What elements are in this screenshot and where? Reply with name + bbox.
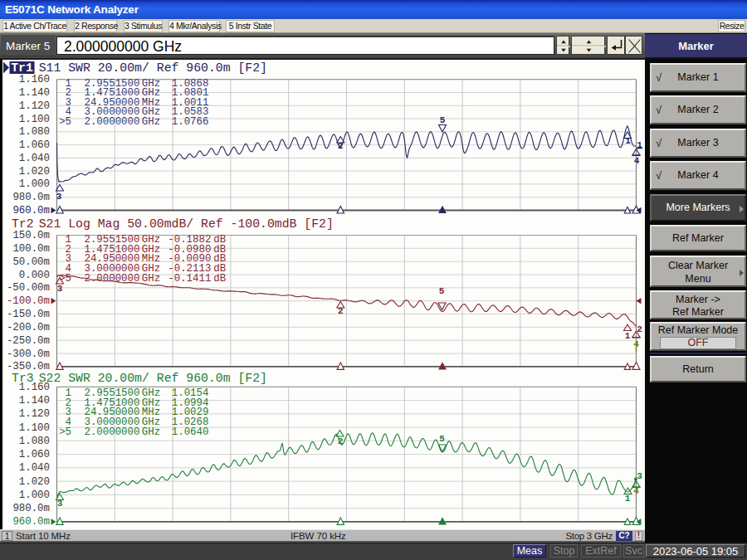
svg-text:1.040: 1.040 <box>19 462 50 474</box>
svg-text:1.060: 1.060 <box>19 449 50 460</box>
svg-text:S11 SWR 20.00m/ Ref 960.0m [F2: S11 SWR 20.00m/ Ref 960.0m [F2] <box>39 61 267 75</box>
svg-text:980.0m: 980.0m <box>12 192 50 203</box>
svg-text:2: 2 <box>637 324 642 334</box>
svg-text:-300.0m: -300.0m <box>7 348 50 360</box>
svg-text:GHz: GHz <box>142 116 160 128</box>
svg-text:Tr3: Tr3 <box>12 372 34 385</box>
svg-text:1.140: 1.140 <box>19 87 50 99</box>
svg-text:1.080: 1.080 <box>19 126 50 138</box>
svg-text:-200.0m: -200.0m <box>7 322 50 334</box>
svg-text:4: 4 <box>634 156 640 166</box>
svg-text:0.000: 0.000 <box>19 270 50 281</box>
svg-text:1.000: 1.000 <box>19 489 50 501</box>
svg-text:-150.0m: -150.0m <box>7 309 50 320</box>
svg-text:GHz: GHz <box>142 273 160 285</box>
svg-text:>5: >5 <box>59 426 71 438</box>
svg-text:960.0m: 960.0m <box>12 516 50 528</box>
svg-text:1.080: 1.080 <box>19 436 50 447</box>
svg-text:1.0766: 1.0766 <box>172 116 209 128</box>
svg-text:3: 3 <box>637 471 642 481</box>
svg-text:>5: >5 <box>59 116 71 128</box>
svg-text:1.100: 1.100 <box>19 422 50 434</box>
svg-text:dB: dB <box>213 273 226 285</box>
svg-text:1: 1 <box>625 136 631 146</box>
svg-text:5: 5 <box>440 115 446 125</box>
svg-text:2.0000000: 2.0000000 <box>85 273 140 285</box>
svg-text:1.100: 1.100 <box>19 114 50 125</box>
svg-text:5: 5 <box>439 434 445 444</box>
svg-text:980.0m: 980.0m <box>12 503 50 514</box>
svg-text:1.020: 1.020 <box>19 166 50 178</box>
svg-text:GHz: GHz <box>142 426 160 438</box>
svg-text:1.160: 1.160 <box>19 74 50 85</box>
svg-text:-250.0m: -250.0m <box>7 335 50 347</box>
svg-text:2: 2 <box>338 306 344 316</box>
svg-text:1.000: 1.000 <box>19 178 50 190</box>
svg-text:Tr1: Tr1 <box>11 61 33 75</box>
svg-text:2.0000000: 2.0000000 <box>85 426 140 438</box>
svg-text:1.040: 1.040 <box>19 153 50 164</box>
svg-text:-100.0m: -100.0m <box>7 295 50 307</box>
svg-text:-0.1411: -0.1411 <box>168 273 211 285</box>
svg-text:1.120: 1.120 <box>19 408 50 420</box>
svg-text:1: 1 <box>625 331 631 341</box>
svg-text:1.0640: 1.0640 <box>172 426 209 438</box>
svg-text:50.00m: 50.00m <box>12 256 50 268</box>
svg-text:1: 1 <box>625 494 631 504</box>
svg-text:2: 2 <box>338 436 344 446</box>
svg-text:1.120: 1.120 <box>19 100 50 112</box>
svg-text:150.0m: 150.0m <box>12 230 50 241</box>
svg-text:Tr2: Tr2 <box>12 217 34 231</box>
svg-text:-50.00m: -50.00m <box>7 282 50 294</box>
svg-text:1.140: 1.140 <box>19 395 50 407</box>
svg-text:>5: >5 <box>59 273 71 285</box>
svg-text:960.0m: 960.0m <box>12 205 50 217</box>
svg-text:2.0000000: 2.0000000 <box>85 116 140 128</box>
svg-text:100.0m: 100.0m <box>12 243 50 255</box>
svg-text:3: 3 <box>57 284 63 294</box>
svg-text:5: 5 <box>439 286 445 296</box>
svg-text:3: 3 <box>57 499 63 509</box>
svg-text:S22 SWR 20.00m/ Ref 960.0m [F2: S22 SWR 20.00m/ Ref 960.0m [F2] <box>39 372 267 385</box>
svg-text:2: 2 <box>338 141 344 151</box>
svg-text:S21 Log Mag 50.00mdB/ Ref -100: S21 Log Mag 50.00mdB/ Ref -100.0mdB [F2] <box>39 217 334 231</box>
svg-text:1.060: 1.060 <box>19 139 50 151</box>
svg-text:4: 4 <box>633 486 639 496</box>
svg-text:3: 3 <box>56 192 62 202</box>
svg-text:1.020: 1.020 <box>19 476 50 488</box>
